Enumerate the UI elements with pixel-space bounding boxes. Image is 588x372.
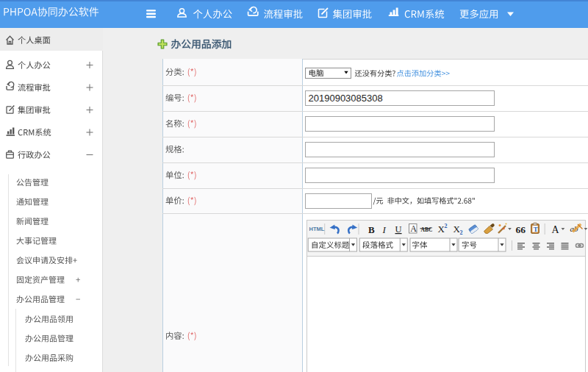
svg-text:T: T <box>534 226 538 233</box>
svg-text:66: 66 <box>516 224 526 235</box>
svg-text:I: I <box>382 224 387 235</box>
svg-text:U: U <box>395 224 402 235</box>
svg-text:B: B <box>368 224 375 235</box>
svg-text:2: 2 <box>445 223 448 229</box>
svg-text:A: A <box>410 223 417 234</box>
svg-text:A: A <box>552 224 560 235</box>
svg-text:HTML: HTML <box>309 226 325 232</box>
svg-text:ABC: ABC <box>421 226 433 233</box>
svg-text:2: 2 <box>460 229 463 236</box>
